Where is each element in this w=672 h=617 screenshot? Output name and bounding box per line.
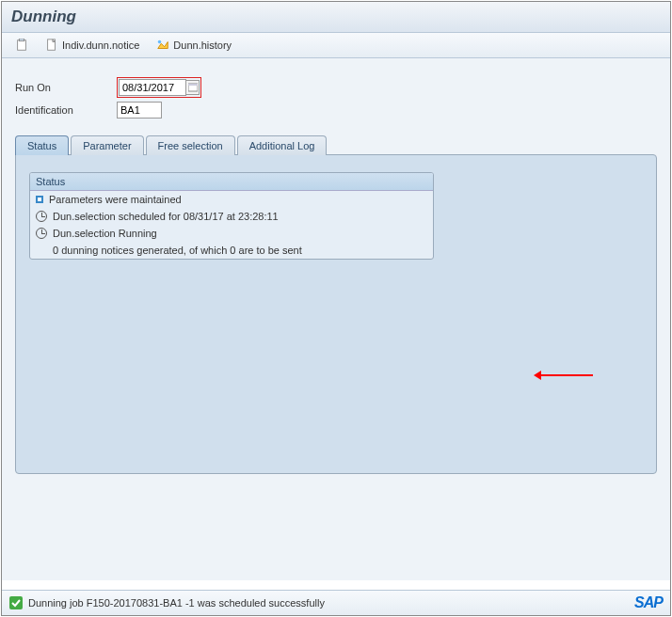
- clipboard-icon: [15, 39, 28, 52]
- svg-rect-8: [9, 596, 23, 609]
- svg-rect-1: [19, 39, 24, 41]
- status-text: Dun.selection scheduled for 08/31/17 at …: [53, 211, 279, 222]
- tab-additional-log[interactable]: Additional Log: [237, 135, 328, 155]
- run-on-field[interactable]: [119, 79, 186, 96]
- clipboard-button[interactable]: [9, 37, 34, 54]
- square-icon: [36, 196, 43, 203]
- tab-free-selection[interactable]: Free selection: [146, 135, 235, 155]
- run-on-label: Run On: [15, 82, 117, 93]
- indiv-notice-button[interactable]: Indiv.dunn.notice: [40, 37, 145, 54]
- tab-parameter[interactable]: Parameter: [71, 135, 143, 155]
- status-panel-title: Status: [30, 173, 433, 191]
- content-area: Run On Identification Status Parameter F…: [2, 58, 670, 580]
- tabstrip: Status Parameter Free selection Addition…: [15, 135, 657, 475]
- dunn-history-button[interactable]: Dunn.history: [151, 37, 237, 54]
- document-icon: [45, 39, 58, 52]
- status-row-params: Parameters were maintained: [30, 191, 433, 208]
- status-panel: Status Parameters were maintained Dun.se…: [29, 172, 434, 260]
- status-text: Parameters were maintained: [49, 194, 182, 205]
- svg-point-5: [158, 40, 162, 44]
- status-row-scheduled: Dun.selection scheduled for 08/31/17 at …: [30, 208, 433, 225]
- success-icon: [9, 596, 23, 609]
- toolbar: Indiv.dunn.notice Dunn.history: [2, 33, 670, 58]
- svg-rect-7: [188, 84, 198, 86]
- identification-label: Identification: [15, 104, 117, 116]
- dunn-history-label: Dunn.history: [173, 40, 232, 51]
- tab-status[interactable]: Status: [15, 135, 69, 155]
- run-on-row: Run On: [15, 77, 657, 98]
- page-title: Dunning: [11, 8, 661, 26]
- clock-icon: [36, 228, 47, 239]
- status-text: 0 dunning notices generated, of which 0 …: [53, 245, 302, 256]
- identification-row: Identification: [15, 102, 657, 119]
- identification-field[interactable]: [117, 102, 162, 119]
- svg-rect-0: [18, 40, 26, 51]
- status-row-running: Dun.selection Running: [30, 225, 433, 242]
- run-on-highlight: [117, 77, 201, 98]
- annotation-arrow: [536, 374, 593, 376]
- status-text: Dun.selection Running: [53, 228, 157, 239]
- calendar-button[interactable]: [185, 80, 200, 95]
- tab-body: Status Parameters were maintained Dun.se…: [15, 154, 657, 474]
- indiv-notice-label: Indiv.dunn.notice: [62, 40, 139, 51]
- status-row-notices: 0 dunning notices generated, of which 0 …: [30, 242, 433, 259]
- sap-logo: SAP: [634, 594, 663, 611]
- statusbar-message: Dunning job F150-20170831-BA1 -1 was sch…: [28, 597, 325, 609]
- statusbar: Dunning job F150-20170831-BA1 -1 was sch…: [2, 590, 670, 615]
- calendar-icon: [188, 83, 198, 92]
- header: Dunning: [2, 2, 670, 33]
- clock-icon: [36, 211, 47, 222]
- history-icon: [156, 39, 169, 52]
